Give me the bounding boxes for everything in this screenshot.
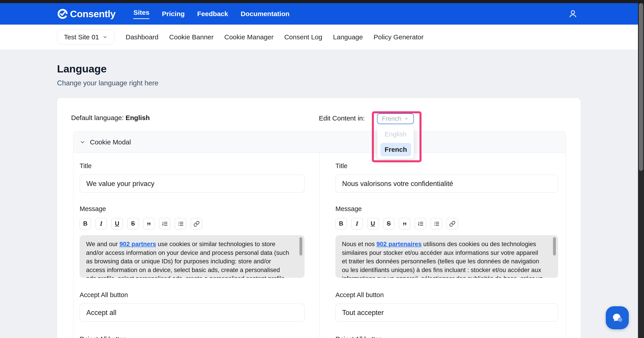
italic-glyph: I xyxy=(356,220,358,227)
nav-link-feedback[interactable]: Feedback xyxy=(197,10,228,18)
default-language-text: Default language: English xyxy=(71,114,150,122)
message-text: We and our xyxy=(86,240,120,248)
site-nav-consent-log[interactable]: Consent Log xyxy=(284,33,322,41)
link-icon[interactable] xyxy=(191,218,202,229)
chevron-down-icon xyxy=(80,139,86,145)
strikethrough-glyph: S xyxy=(386,220,391,227)
reject-all-label: Reject All button xyxy=(80,336,304,338)
title-label: Title xyxy=(80,162,304,170)
accept-all-label: Accept All button xyxy=(80,291,304,299)
cookie-modal-body: Title Message B I U S ” xyxy=(73,153,566,338)
partners-link[interactable]: 902 partenaires xyxy=(376,240,422,248)
nav-link-sites[interactable]: Sites xyxy=(133,9,149,19)
unordered-list-icon[interactable] xyxy=(175,218,186,229)
editor-scrollbar-thumb[interactable] xyxy=(553,237,556,256)
message-label: Message xyxy=(80,205,304,212)
unordered-list-icon[interactable] xyxy=(431,218,442,229)
window-top-strip xyxy=(0,0,644,3)
bold-glyph: B xyxy=(339,220,344,227)
reject-all-label: Reject All button xyxy=(336,336,558,338)
message-label: Message xyxy=(336,205,558,212)
site-nav-policy-generator[interactable]: Policy Generator xyxy=(374,33,424,41)
nav-link-pricing[interactable]: Pricing xyxy=(162,10,185,18)
italic-icon[interactable]: I xyxy=(351,218,363,229)
ordered-list-icon[interactable] xyxy=(159,218,170,229)
cookie-modal-panel: Cookie Modal Title Message B I U S ” xyxy=(73,132,566,338)
message-editor-english[interactable]: We and our 902 partners use cookies or s… xyxy=(80,235,304,278)
blockquote-glyph: ” xyxy=(147,221,151,227)
blockquote-icon[interactable]: ” xyxy=(399,218,410,229)
bold-icon[interactable]: B xyxy=(336,218,347,229)
chevron-down-icon xyxy=(103,35,108,40)
strikethrough-icon[interactable]: S xyxy=(383,218,394,229)
blockquote-icon[interactable]: ” xyxy=(143,218,154,229)
italic-icon[interactable]: I xyxy=(96,218,107,229)
cookie-modal-title: Cookie Modal xyxy=(90,138,131,146)
underline-glyph: U xyxy=(371,220,375,227)
edit-language-dropdown[interactable]: French xyxy=(377,113,414,124)
editor-scrollbar-thumb[interactable] xyxy=(300,237,302,256)
cookie-modal-header[interactable]: Cookie Modal xyxy=(73,132,566,153)
site-nav-dashboard[interactable]: Dashboard xyxy=(126,33,158,41)
accept-all-input-french[interactable] xyxy=(336,304,558,322)
column-english: Title Message B I U S ” xyxy=(73,153,320,338)
site-selector[interactable]: Test Site 01 xyxy=(57,30,114,44)
message-text: Nous et nos xyxy=(342,240,376,248)
message-editor-french[interactable]: Nous et nos 902 partenaires utilisons de… xyxy=(336,235,558,278)
title-input-english[interactable] xyxy=(80,174,304,193)
logo-text: Consently xyxy=(70,8,116,20)
chevron-down-icon xyxy=(404,116,409,122)
page-title: Language xyxy=(57,62,644,75)
title-label: Title xyxy=(336,162,558,170)
rich-text-toolbar-french: B I U S ” xyxy=(336,218,558,229)
accept-all-label: Accept All button xyxy=(336,291,558,299)
underline-icon[interactable]: U xyxy=(111,218,123,229)
language-option-english[interactable]: English xyxy=(378,127,414,141)
underline-icon[interactable]: U xyxy=(367,218,378,229)
language-page: Language Change your language right here… xyxy=(0,62,644,338)
bold-glyph: B xyxy=(83,220,88,227)
edit-language-dropdown-value: French xyxy=(382,115,402,122)
accept-all-input-english[interactable] xyxy=(80,304,304,322)
column-french: Title Message B I U S ” xyxy=(320,153,566,338)
site-selector-value: Test Site 01 xyxy=(64,33,99,41)
page-subtitle: Change your language right here xyxy=(57,79,644,87)
window-scrollbar-track[interactable] xyxy=(638,0,644,338)
chat-widget-button[interactable] xyxy=(606,306,629,329)
title-input-french[interactable] xyxy=(336,174,558,193)
site-nav: Dashboard Cookie Banner Cookie Manager C… xyxy=(126,33,424,41)
ordered-list-icon[interactable] xyxy=(415,218,426,229)
default-language-value: English xyxy=(126,114,150,122)
link-icon[interactable] xyxy=(446,218,458,229)
language-card: Default language: English Edit Content i… xyxy=(57,98,581,338)
rich-text-toolbar-english: B I U S ” xyxy=(80,218,304,229)
default-language-label: Default language: xyxy=(71,114,124,122)
strikethrough-icon[interactable]: S xyxy=(127,218,139,229)
nav-link-documentation[interactable]: Documentation xyxy=(240,10,289,18)
app-nav: Sites Pricing Feedback Documentation xyxy=(133,9,289,19)
language-option-french[interactable]: French xyxy=(380,143,411,156)
app-header: Consently Sites Pricing Feedback Documen… xyxy=(0,3,644,24)
user-account-button[interactable] xyxy=(568,8,578,19)
logo-check-icon xyxy=(57,8,68,20)
user-icon xyxy=(568,9,578,19)
strikethrough-glyph: S xyxy=(131,220,135,227)
app-logo[interactable]: Consently xyxy=(57,8,116,20)
bold-icon[interactable]: B xyxy=(80,218,91,229)
site-bar: Test Site 01 Dashboard Cookie Banner Coo… xyxy=(0,24,644,50)
blockquote-glyph: ” xyxy=(402,221,407,227)
partners-link[interactable]: 902 partners xyxy=(120,240,156,248)
chat-icon xyxy=(610,311,624,325)
site-nav-cookie-banner[interactable]: Cookie Banner xyxy=(169,33,214,41)
underline-glyph: U xyxy=(115,220,120,227)
edit-content-label: Edit Content in: xyxy=(319,114,365,122)
language-dropdown-menu: English French xyxy=(378,126,414,159)
window-scrollbar-thumb[interactable] xyxy=(639,3,643,171)
site-nav-language[interactable]: Language xyxy=(333,33,363,41)
site-nav-cookie-manager[interactable]: Cookie Manager xyxy=(224,33,274,41)
italic-glyph: I xyxy=(100,220,102,227)
